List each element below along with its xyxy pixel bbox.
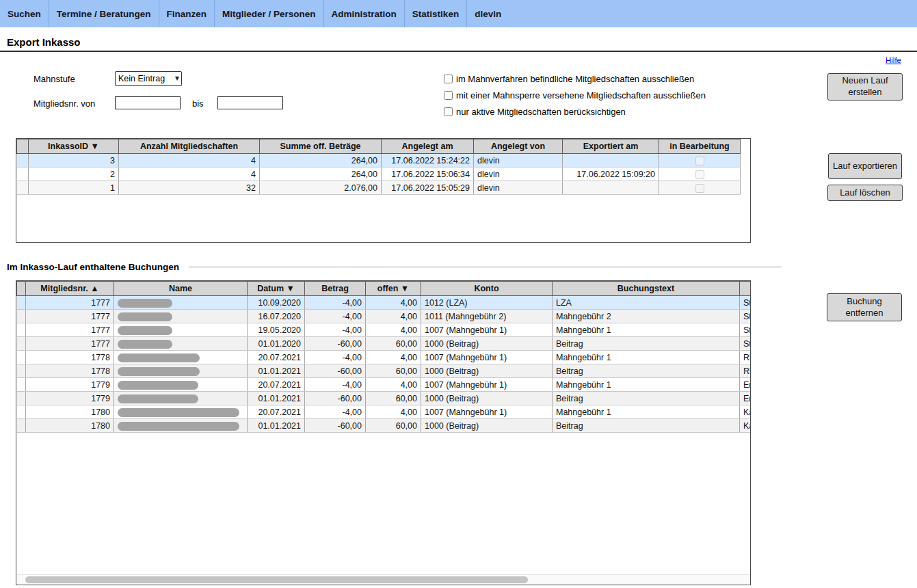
table-row[interactable]: 177710.09.2020-4,004,001012 (LZA)LZAStr [17,296,752,310]
nav-item-administration[interactable]: Administration [324,0,405,27]
table-row[interactable]: 1322.076,0017.06.2022 15:05:29dlevin [17,181,741,195]
title-divider [0,51,917,52]
lauf-loeschen-button[interactable]: Lauf löschen [827,185,903,201]
column-header-datum[interactable]: Datum ▼ [248,282,305,296]
nav-item-mitglieder-personen[interactable]: Mitglieder / Personen [215,0,324,27]
column-header-angelegt-am[interactable]: Angelegt am [382,139,474,154]
cell-mitgliedsnr: 1777 [26,323,114,337]
filter-checkbox-row-0[interactable]: im Mahnverfahren befindliche Mitgliedsch… [444,73,706,84]
cell-name [114,323,248,337]
neuen-lauf-erstellen-button[interactable]: Neuen Lauf erstellen [827,73,903,101]
column-header-betrag[interactable]: Betrag [305,282,366,296]
mitgliedsnr-bis-input[interactable] [217,96,283,109]
cell-row-select [17,323,26,337]
cell-summe-off-betraege: 2.076,00 [260,181,382,195]
column-header-angelegt-von[interactable]: Angelegt von [474,139,563,154]
table-row[interactable]: 177801.01.2021-60,0060,001000 (Beitrag)B… [17,364,752,378]
redacted-name-bar [118,353,200,362]
table-row[interactable]: 34264,0017.06.2022 15:24:22dlevin [17,154,741,168]
cell-name [114,296,248,310]
cell-row-select [17,392,26,405]
column-header-truncated-column[interactable] [740,282,752,296]
column-header-buchungstext[interactable]: Buchungstext [553,282,740,296]
cell-row-select [17,337,26,351]
inkasso-runs-table: InkassoID ▼Anzahl MitgliedschaftenSumme … [16,139,741,195]
cell-row-select [17,310,26,323]
redacted-name-bar [118,340,172,349]
cell-datum: 20.07.2021 [248,378,305,392]
filter-checkbox-label-2: nur aktive Mitgliedschaften berücksichti… [456,107,626,117]
filter-checkbox-row-2[interactable]: nur aktive Mitgliedschaften berücksichti… [444,106,706,117]
cell-buchungstext: Beitrag [553,419,740,433]
filter-checkbox-group: im Mahnverfahren befindliche Mitgliedsch… [444,73,706,122]
mitgliedsnr-von-input[interactable] [115,96,181,109]
cell-konto: 1000 (Beitrag) [421,392,553,405]
nav-item-finanzen[interactable]: Finanzen [159,0,215,27]
scrollbar-thumb[interactable] [25,576,528,583]
redacted-name-bar [118,326,172,335]
table-row[interactable]: 177719.05.2020-4,004,001007 (Mahngebühr … [17,323,752,337]
column-header-summe-off-betraege[interactable]: Summe off. Beträge [260,139,382,154]
column-header-mitgliedsnr[interactable]: Mitgliedsnr. ▲ [26,282,114,296]
cell-name [114,378,248,392]
column-header-name[interactable]: Name [114,282,248,296]
table-row[interactable]: 177920.07.2021-4,004,001007 (Mahngebühr … [17,378,752,392]
column-header-konto[interactable]: Konto [421,282,553,296]
cell-angelegt-von: dlevin [474,154,563,168]
column-header-row-select[interactable] [17,282,26,296]
buchung-entfernen-button[interactable]: Buchung entfernen [827,293,902,321]
lauf-exportieren-button[interactable]: Lauf exportieren [828,153,902,179]
filter-checkbox-row-1[interactable]: mit einer Mahnsperre versehene Mitglieds… [444,90,706,101]
table-row[interactable]: 178020.07.2021-4,004,001007 (Mahngebühr … [17,405,752,419]
column-header-offen[interactable]: offen ▼ [366,282,421,296]
cell-in-bearbeitung [659,168,741,181]
cell-buchungstext: Mahngebühr 1 [553,323,740,337]
redacted-name-bar [118,395,198,403]
cell-truncated-column: Str [740,337,752,351]
column-header-exportiert-am[interactable]: Exportiert am [563,139,659,154]
filter-checkbox-1[interactable] [444,91,453,100]
bis-label: bis [192,98,204,109]
horizontal-scrollbar[interactable] [17,574,749,584]
help-link[interactable]: Hilfe [886,56,901,64]
table-row[interactable]: 24264,0017.06.2022 15:06:34dlevin17.06.2… [17,168,741,181]
cell-truncated-column: Ka [740,405,752,419]
filter-checkbox-0[interactable] [444,75,453,83]
table-row[interactable]: 177701.01.2020-60,0060,001000 (Beitrag)B… [17,337,752,351]
nav-item-dlevin[interactable]: dlevin [467,0,509,27]
cell-truncated-column: En [740,392,752,405]
cell-row-select [17,351,26,364]
column-header-anzahl-mitgliedschaften[interactable]: Anzahl Mitgliedschaften [119,139,260,154]
cell-konto: 1000 (Beitrag) [421,337,553,351]
cell-name [114,337,248,351]
cell-angelegt-am: 17.06.2022 15:06:34 [382,168,474,181]
cell-in-bearbeitung [659,154,741,168]
nav-item-statistiken[interactable]: Statistiken [405,0,467,27]
cell-offen: 4,00 [366,310,421,323]
filter-checkbox-2[interactable] [444,107,453,116]
nav-item-suchen[interactable]: Suchen [0,0,49,27]
redacted-name-bar [118,422,239,431]
column-header-in-bearbeitung[interactable]: in Bearbeitung [659,139,741,154]
table-row[interactable]: 178001.01.2021-60,0060,001000 (Beitrag)B… [17,419,752,433]
cell-row-select [17,296,26,310]
column-header-row-select[interactable] [17,139,29,154]
cell-mitgliedsnr: 1778 [26,364,114,378]
cell-name [114,364,248,378]
cell-mitgliedsnr: 1777 [26,310,114,323]
column-header-inkasso-id[interactable]: InkassoID ▼ [29,139,119,154]
cell-truncated-column: Ka [740,419,752,433]
table-row[interactable]: 177901.01.2021-60,0060,001000 (Beitrag)B… [17,392,752,405]
page-title: Export Inkasso [7,36,81,48]
mahnstufe-select[interactable]: Kein Eintrag [115,71,182,86]
cell-betrag: -60,00 [305,364,366,378]
cell-row-select [17,378,26,392]
cell-name [114,392,248,405]
redacted-name-bar [118,381,198,390]
nav-item-termine-beratungen[interactable]: Termine / Beratungen [49,0,159,27]
table-row[interactable]: 177716.07.2020-4,004,001011 (Mahngebühr … [17,310,752,323]
header-row: Mitgliedsnr. ▲NameDatum ▼Betragoffen ▼Ko… [17,282,752,296]
table-row[interactable]: 177820.07.2021-4,004,001007 (Mahngebühr … [17,351,752,364]
section-divider [189,267,782,267]
cell-mitgliedsnr: 1780 [26,405,114,419]
